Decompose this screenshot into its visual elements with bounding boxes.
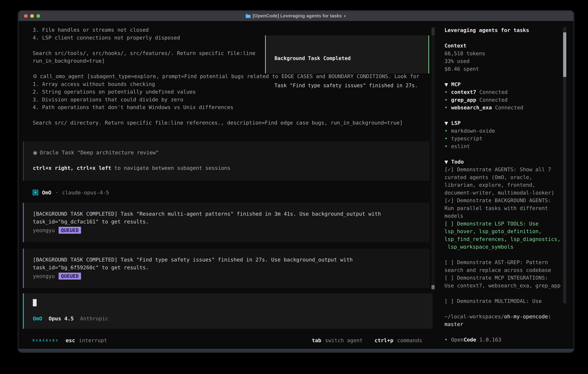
workspace-branch: master: [444, 321, 574, 329]
lsp-item: •eslint: [444, 143, 574, 151]
mcp-item: •context7Connected: [444, 89, 574, 97]
status-dot-icon: •: [444, 135, 448, 141]
sidebar-scrollbar-thumb[interactable]: [563, 32, 566, 77]
task-block-list: [BACKGROUND TASK COMPLETED] Task "Resear…: [19, 203, 435, 288]
chevron-down-icon: ▼: [444, 120, 448, 126]
status-dot-icon: •: [444, 89, 448, 95]
todo-line: Run parallel tasks with different: [444, 205, 574, 213]
lsp-item-name: typescript: [451, 135, 483, 141]
todo-line: lsp_hover, lsp_goto_definition,: [444, 228, 574, 236]
mcp-heading: MCP: [451, 82, 461, 87]
status-bar: esc interrupt tab switch agent ctrl+p co…: [33, 337, 422, 343]
folder-icon: [245, 14, 251, 18]
status-badge: QUEUED: [59, 273, 81, 280]
lsp-item-name: markdown-oxide: [451, 128, 495, 134]
blank-line: [444, 112, 574, 120]
oracle-task-title-line: ◉Oracle Task "Deep architecture review": [33, 150, 430, 157]
todo-line: [✓] Demonstrate BACKGROUND AGENTS:: [444, 197, 574, 205]
chevron-down-icon: ▼: [444, 159, 448, 165]
context-spent: $0.46 spent: [444, 66, 574, 74]
app-name-prefix: Open: [451, 337, 464, 343]
window-bottom-edge: [19, 349, 574, 352]
app-content: 3. File handles or streams not closed4. …: [19, 21, 574, 349]
toast-message: Task "Find type safety issues" finished …: [274, 83, 428, 88]
todo-line: lsp_find_references, lsp_diagnostics,: [444, 236, 574, 244]
workspace-path-line: ~/local-workspaces/oh-my-opencode:: [444, 313, 574, 321]
tab-key-label: switch agent: [325, 337, 363, 343]
task-message-line1: [BACKGROUND TASK COMPLETED] Task "Resear…: [33, 211, 430, 219]
chat-scrollbar-thumb-bottom[interactable]: [431, 285, 435, 289]
oracle-hint-text: to navigate between subagent sessions: [111, 165, 231, 171]
todo-line: [ ] Demonstrate MULTIMODAL: Use: [444, 298, 574, 306]
app-window: [OpenCode] Leveraging agents for tasks ◐…: [18, 11, 574, 352]
task-message-line2: task_id="bg_6f59260c" to get results.: [33, 265, 430, 272]
app-name-suffix: Code: [463, 337, 476, 343]
lsp-section-header[interactable]: ▼LSP: [444, 120, 574, 128]
context-tokens: 66,518 tokens: [444, 51, 574, 58]
mcp-item-name: websearch_exa: [451, 104, 492, 111]
oracle-task-box[interactable]: ◉Oracle Task "Deep architecture review" …: [23, 141, 430, 181]
mcp-item-name: grep_app: [451, 97, 476, 103]
ctrlp-key-hint: ctrl+p: [375, 337, 393, 343]
task-author: yeongyu: [33, 227, 55, 233]
mcp-item-name: context7: [451, 89, 476, 95]
mcp-item: •websearch_exaConnected: [444, 104, 574, 112]
blank-line: [33, 157, 430, 165]
input-model-line: OmO Opus 4.5 Anthropic: [33, 315, 433, 322]
task-byline: yeongyu QUEUED: [33, 226, 430, 234]
todo-section-header[interactable]: ▼Todo: [444, 159, 574, 166]
todo-line: search and replace across codebase: [444, 267, 574, 275]
task-author: yeongyu: [33, 273, 55, 279]
todo-line: librarian, explore, frontend,: [444, 182, 574, 190]
chat-scrollbar-thumb-top[interactable]: [431, 28, 435, 35]
input-provider-name: Anthropic: [80, 316, 108, 322]
task-message-line1: [BACKGROUND TASK COMPLETED] Task "Find t…: [33, 257, 430, 265]
blank-line: [444, 35, 574, 43]
todo-line: curated agents (OmO, oracle,: [444, 174, 574, 182]
oracle-hint-line: ctrl+x right, ctrl+x left to navigate be…: [33, 165, 430, 173]
agent-header: OmO · claude-opus-4-5: [33, 189, 435, 197]
lsp-item: •typescript: [444, 135, 574, 143]
lsp-item: •markdown-oxide: [444, 128, 574, 136]
agent-square-icon: [33, 190, 38, 195]
todo-line: document-writer, multimodal-looker): [444, 190, 574, 197]
lsp-list: •markdown-oxide•typescript•eslint: [444, 128, 574, 151]
status-dot-icon: •: [444, 143, 448, 149]
status-left: esc interrupt: [33, 337, 107, 343]
separator-dot: ·: [55, 190, 58, 196]
version-line: •OpenCode1.0.163: [444, 337, 574, 344]
oracle-hint-keys: ctrl+x right, ctrl+x left: [33, 165, 111, 171]
spinner-icon: [33, 339, 58, 342]
input-agent-name: OmO: [33, 316, 42, 322]
blank-line: [444, 74, 574, 82]
window-title: [OpenCode] Leveraging agents for tasks ◐: [19, 13, 574, 19]
gear-icon: ⚙: [33, 73, 37, 79]
chat-scrollbar[interactable]: [431, 28, 435, 291]
toast-title: Background Task Completed: [274, 55, 428, 63]
agent-model: claude-opus-4-5: [62, 190, 109, 196]
esc-key-hint: esc: [66, 337, 75, 343]
session-title: Leveraging agents for tasks: [444, 27, 574, 35]
toast-notification[interactable]: Background Task Completed Task "Find typ…: [265, 35, 429, 73]
mcp-item-status: Connected: [479, 89, 508, 95]
sidebar-scrollbar[interactable]: [563, 27, 566, 303]
status-dot-icon: •: [444, 97, 448, 103]
chat-area: 3. File handles or streams not closed4. …: [19, 21, 435, 349]
todo-line: [444, 290, 574, 298]
sidebar: Leveraging agents for tasks Context 66,5…: [435, 21, 574, 349]
window-title-text: [OpenCode] Leveraging agents for tasks: [253, 13, 342, 19]
todo-line: Use context7, websearch_exa, grep_app: [444, 283, 574, 291]
todo-line: [ ] Demonstrate AST-GREP: Pattern: [444, 259, 574, 267]
status-dot-icon: •: [444, 104, 448, 111]
mcp-item: •grep_appConnected: [444, 97, 574, 105]
titlebar[interactable]: [OpenCode] Leveraging agents for tasks ◐: [19, 11, 574, 21]
half-moon-icon: ◐: [344, 13, 347, 19]
status-right: tab switch agent ctrl+p commands: [312, 337, 422, 343]
status-dot-icon: •: [444, 128, 448, 134]
input-cursor-line: [33, 299, 433, 307]
prompt-input[interactable]: OmO Opus 4.5 Anthropic: [23, 293, 433, 329]
input-model-name: Opus 4.5: [49, 316, 74, 322]
fisheye-icon: ◉: [33, 150, 37, 156]
todo-heading: Todo: [451, 159, 464, 165]
mcp-section-header[interactable]: ▼MCP: [444, 82, 574, 89]
